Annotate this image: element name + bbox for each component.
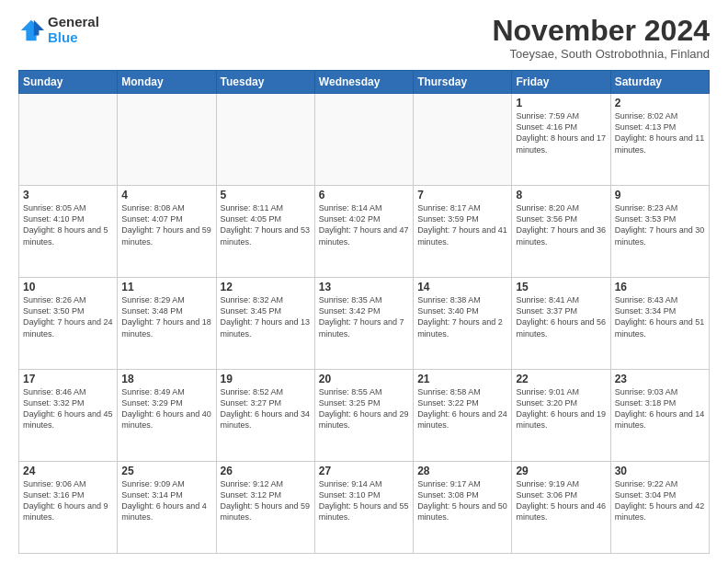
day-cell: 6Sunrise: 8:14 AM Sunset: 4:02 PM Daylig… [314,186,413,278]
day-number: 5 [221,189,311,201]
day-cell: 11Sunrise: 8:29 AM Sunset: 3:48 PM Dayli… [118,278,216,370]
day-number: 29 [516,465,606,477]
logo-general-text: General [48,15,99,30]
day-info: Sunrise: 8:02 AM Sunset: 4:13 PM Dayligh… [615,110,705,155]
day-cell: 13Sunrise: 8:35 AM Sunset: 3:42 PM Dayli… [314,278,413,370]
col-friday: Friday [512,71,610,94]
day-cell: 20Sunrise: 8:55 AM Sunset: 3:25 PM Dayli… [314,370,413,462]
day-cell: 23Sunrise: 9:03 AM Sunset: 3:18 PM Dayli… [610,370,709,462]
day-cell: 1Sunrise: 7:59 AM Sunset: 4:16 PM Daylig… [512,94,610,186]
day-info: Sunrise: 8:32 AM Sunset: 3:45 PM Dayligh… [221,294,311,339]
logo-blue-text: Blue [48,30,99,46]
day-info: Sunrise: 8:23 AM Sunset: 3:53 PM Dayligh… [615,202,705,247]
day-info: Sunrise: 9:14 AM Sunset: 3:10 PM Dayligh… [319,478,409,523]
calendar-table: Sunday Monday Tuesday Wednesday Thursday… [18,70,710,554]
day-info: Sunrise: 8:52 AM Sunset: 3:27 PM Dayligh… [221,386,311,431]
day-cell: 3Sunrise: 8:05 AM Sunset: 4:10 PM Daylig… [19,186,118,278]
logo-text: General Blue [48,15,99,45]
day-number: 9 [615,189,705,201]
col-tuesday: Tuesday [216,71,314,94]
day-info: Sunrise: 8:05 AM Sunset: 4:10 PM Dayligh… [23,202,113,247]
calendar-header: Sunday Monday Tuesday Wednesday Thursday… [19,71,710,94]
day-cell: 21Sunrise: 8:58 AM Sunset: 3:22 PM Dayli… [414,370,512,462]
day-info: Sunrise: 9:17 AM Sunset: 3:08 PM Dayligh… [417,478,507,523]
day-number: 15 [516,281,606,293]
header: General Blue November 2024 Toeysae, Sout… [18,15,710,61]
day-number: 19 [221,373,311,385]
day-info: Sunrise: 8:49 AM Sunset: 3:29 PM Dayligh… [121,386,211,431]
col-monday: Monday [118,71,216,94]
day-cell [19,94,118,186]
day-number: 16 [615,281,705,293]
day-number: 23 [615,373,705,385]
day-info: Sunrise: 8:58 AM Sunset: 3:22 PM Dayligh… [417,386,507,431]
day-number: 30 [615,465,705,477]
title-block: November 2024 Toeysae, South Ostrobothni… [492,15,710,61]
day-info: Sunrise: 9:22 AM Sunset: 3:04 PM Dayligh… [615,478,705,523]
col-thursday: Thursday [414,71,512,94]
day-info: Sunrise: 9:12 AM Sunset: 3:12 PM Dayligh… [221,478,311,523]
day-info: Sunrise: 8:08 AM Sunset: 4:07 PM Dayligh… [121,202,211,247]
day-number: 6 [319,189,409,201]
day-cell: 15Sunrise: 8:41 AM Sunset: 3:37 PM Dayli… [512,278,610,370]
day-cell: 12Sunrise: 8:32 AM Sunset: 3:45 PM Dayli… [216,278,314,370]
col-wednesday: Wednesday [314,71,413,94]
day-cell: 17Sunrise: 8:46 AM Sunset: 3:32 PM Dayli… [19,370,118,462]
day-info: Sunrise: 9:06 AM Sunset: 3:16 PM Dayligh… [23,478,113,523]
day-number: 17 [23,373,113,385]
day-info: Sunrise: 8:38 AM Sunset: 3:40 PM Dayligh… [417,294,507,339]
day-cell [314,94,413,186]
day-cell: 26Sunrise: 9:12 AM Sunset: 3:12 PM Dayli… [216,462,314,554]
day-number: 25 [121,465,211,477]
day-info: Sunrise: 8:55 AM Sunset: 3:25 PM Dayligh… [319,386,409,431]
day-info: Sunrise: 9:01 AM Sunset: 3:20 PM Dayligh… [516,386,606,431]
day-cell [216,94,314,186]
day-cell: 27Sunrise: 9:14 AM Sunset: 3:10 PM Dayli… [314,462,413,554]
day-number: 12 [221,281,311,293]
day-cell: 19Sunrise: 8:52 AM Sunset: 3:27 PM Dayli… [216,370,314,462]
day-number: 2 [615,97,705,109]
day-cell: 4Sunrise: 8:08 AM Sunset: 4:07 PM Daylig… [118,186,216,278]
day-cell: 14Sunrise: 8:38 AM Sunset: 3:40 PM Dayli… [414,278,512,370]
subtitle: Toeysae, South Ostrobothnia, Finland [492,47,710,61]
week-row-0: 1Sunrise: 7:59 AM Sunset: 4:16 PM Daylig… [19,94,710,186]
calendar-body: 1Sunrise: 7:59 AM Sunset: 4:16 PM Daylig… [19,94,710,554]
header-row: Sunday Monday Tuesday Wednesday Thursday… [19,71,710,94]
day-cell: 25Sunrise: 9:09 AM Sunset: 3:14 PM Dayli… [118,462,216,554]
day-cell: 28Sunrise: 9:17 AM Sunset: 3:08 PM Dayli… [414,462,512,554]
svg-marker-1 [34,19,44,35]
day-info: Sunrise: 7:59 AM Sunset: 4:16 PM Dayligh… [516,110,606,155]
day-cell: 24Sunrise: 9:06 AM Sunset: 3:16 PM Dayli… [19,462,118,554]
col-sunday: Sunday [19,71,118,94]
day-info: Sunrise: 8:46 AM Sunset: 3:32 PM Dayligh… [23,386,113,431]
week-row-3: 17Sunrise: 8:46 AM Sunset: 3:32 PM Dayli… [19,370,710,462]
day-cell: 9Sunrise: 8:23 AM Sunset: 3:53 PM Daylig… [610,186,709,278]
day-number: 7 [417,189,507,201]
day-info: Sunrise: 9:03 AM Sunset: 3:18 PM Dayligh… [615,386,705,431]
day-number: 8 [516,189,606,201]
day-cell: 10Sunrise: 8:26 AM Sunset: 3:50 PM Dayli… [19,278,118,370]
day-number: 22 [516,373,606,385]
day-info: Sunrise: 8:35 AM Sunset: 3:42 PM Dayligh… [319,294,409,339]
day-number: 4 [121,189,211,201]
day-number: 10 [23,281,113,293]
week-row-1: 3Sunrise: 8:05 AM Sunset: 4:10 PM Daylig… [19,186,710,278]
day-info: Sunrise: 8:26 AM Sunset: 3:50 PM Dayligh… [23,294,113,339]
day-cell: 7Sunrise: 8:17 AM Sunset: 3:59 PM Daylig… [414,186,512,278]
page-title: November 2024 [492,15,710,47]
day-number: 26 [221,465,311,477]
day-info: Sunrise: 8:17 AM Sunset: 3:59 PM Dayligh… [417,202,507,247]
day-number: 24 [23,465,113,477]
day-info: Sunrise: 8:41 AM Sunset: 3:37 PM Dayligh… [516,294,606,339]
day-cell: 5Sunrise: 8:11 AM Sunset: 4:05 PM Daylig… [216,186,314,278]
day-info: Sunrise: 8:29 AM Sunset: 3:48 PM Dayligh… [121,294,211,339]
day-number: 27 [319,465,409,477]
week-row-2: 10Sunrise: 8:26 AM Sunset: 3:50 PM Dayli… [19,278,710,370]
col-saturday: Saturday [610,71,709,94]
day-info: Sunrise: 9:19 AM Sunset: 3:06 PM Dayligh… [516,478,606,523]
day-cell: 16Sunrise: 8:43 AM Sunset: 3:34 PM Dayli… [610,278,709,370]
day-info: Sunrise: 8:11 AM Sunset: 4:05 PM Dayligh… [221,202,311,247]
day-number: 28 [417,465,507,477]
week-row-4: 24Sunrise: 9:06 AM Sunset: 3:16 PM Dayli… [19,462,710,554]
day-cell: 30Sunrise: 9:22 AM Sunset: 3:04 PM Dayli… [610,462,709,554]
